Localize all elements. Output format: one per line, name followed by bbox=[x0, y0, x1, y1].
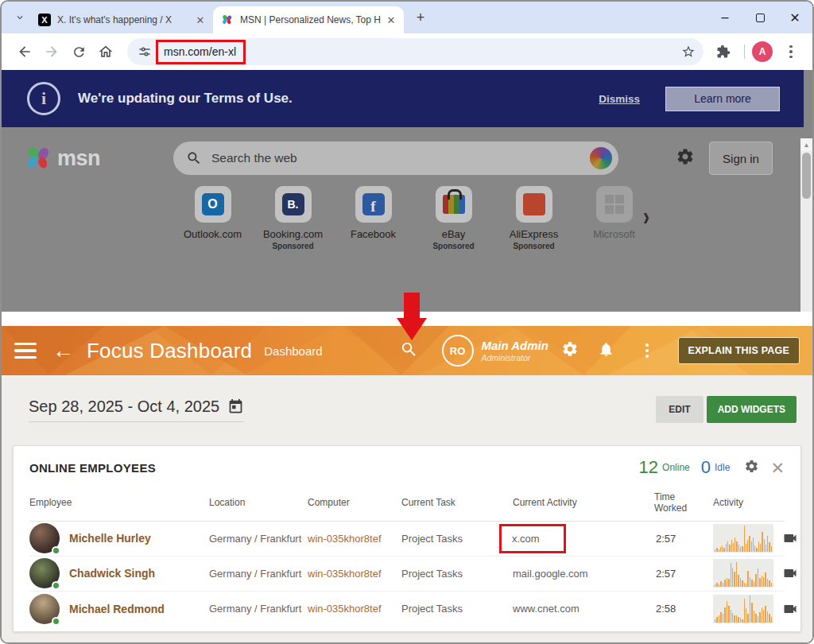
aliexpress-icon bbox=[523, 193, 545, 215]
shortcut-ebay[interactable]: eBay Sponsored bbox=[413, 186, 494, 251]
minimize-button[interactable]: – bbox=[707, 2, 742, 33]
bookmark-star-icon[interactable] bbox=[681, 45, 696, 59]
tab-close-icon[interactable]: ✕ bbox=[194, 14, 207, 26]
tab-msn[interactable]: MSN | Personalized News, Top H ✕ bbox=[213, 6, 404, 33]
msn-search-bar[interactable]: Search the web bbox=[173, 142, 618, 175]
forward-icon[interactable] bbox=[38, 38, 65, 65]
activity-sparkline bbox=[713, 524, 773, 553]
idle-label: Idle bbox=[715, 462, 730, 473]
copilot-icon[interactable] bbox=[590, 147, 612, 169]
dashboard-settings-gear-icon[interactable] bbox=[561, 340, 579, 361]
user-avatar[interactable]: RO bbox=[442, 335, 474, 367]
table-row[interactable]: Chadwick Singh Germany / Frankfurt win-0… bbox=[29, 557, 785, 592]
msn-page: i We're updating our Terms of Use. Dismi… bbox=[2, 70, 812, 312]
search-icon bbox=[186, 150, 202, 166]
close-window-button[interactable]: ✕ bbox=[777, 2, 812, 33]
browser-toolbar: msn.com/en-xl A bbox=[2, 33, 812, 70]
employee-name-link[interactable]: Michelle Hurley bbox=[69, 532, 151, 545]
employee-name-link[interactable]: Chadwick Singh bbox=[69, 567, 155, 580]
annotation-arrow-icon bbox=[397, 293, 427, 340]
video-camera-icon[interactable] bbox=[782, 530, 798, 546]
new-tab-button[interactable]: + bbox=[410, 7, 431, 28]
online-status-dot bbox=[52, 581, 60, 590]
column-header: Current Task bbox=[401, 498, 513, 509]
dashboard-menu-kebab-icon[interactable] bbox=[635, 343, 659, 358]
video-camera-icon[interactable] bbox=[782, 601, 798, 617]
current-task-cell: Project Tasks bbox=[401, 603, 513, 615]
page-scrollbar[interactable]: ▲ bbox=[800, 138, 812, 312]
calendar-icon[interactable] bbox=[227, 398, 244, 415]
time-worked-cell: 2:57 bbox=[648, 533, 704, 545]
shortcut-microsoft[interactable]: Microsoft bbox=[574, 186, 654, 251]
table-row[interactable]: Michael Redmond Germany / Frankfurt win-… bbox=[29, 592, 785, 627]
add-widgets-button[interactable]: ADD WIDGETS bbox=[707, 396, 797, 423]
shortcuts-next-chevron-icon[interactable]: › bbox=[643, 200, 649, 231]
browser-menu-icon[interactable] bbox=[779, 45, 803, 59]
tab-title: X. It's what's happening / X bbox=[57, 14, 194, 25]
back-arrow-icon[interactable]: ← bbox=[52, 340, 74, 362]
computer-cell[interactable]: win-035khor8tef bbox=[308, 568, 401, 580]
focus-dashboard-app: ← Focus Dashboard Dashboard RO Main Admi… bbox=[2, 326, 812, 642]
info-icon: i bbox=[27, 82, 60, 115]
table-row[interactable]: Michelle Hurley Germany / Frankfurt win-… bbox=[29, 522, 785, 557]
tab-x[interactable]: X X. It's what's happening / X ✕ bbox=[30, 6, 213, 33]
dashboard-body: Sep 28, 2025 - Oct 4, 2025 EDIT ADD WIDG… bbox=[2, 375, 812, 632]
maximize-button[interactable] bbox=[742, 2, 777, 33]
x-favicon: X bbox=[38, 14, 51, 26]
computer-cell[interactable]: win-035khor8tef bbox=[308, 533, 401, 545]
sign-in-button[interactable]: Sign in bbox=[709, 142, 773, 175]
ebay-icon bbox=[443, 195, 465, 214]
tab-strip: X X. It's what's happening / X ✕ MSN | P… bbox=[2, 2, 812, 33]
learn-more-button[interactable]: Learn more bbox=[665, 87, 780, 111]
column-header: Current Activity bbox=[513, 498, 648, 509]
user-info[interactable]: Main Admin Administrator bbox=[482, 339, 555, 363]
facebook-icon: f bbox=[362, 193, 385, 215]
msn-settings-gear-icon[interactable] bbox=[676, 147, 695, 169]
widget-close-icon[interactable]: ✕ bbox=[770, 460, 785, 476]
computer-cell[interactable]: win-035khor8tef bbox=[308, 603, 401, 615]
column-header: Activity bbox=[704, 498, 785, 509]
edit-button[interactable]: EDIT bbox=[656, 396, 703, 423]
employee-name-link[interactable]: Michael Redmond bbox=[69, 603, 165, 615]
extensions-icon[interactable] bbox=[710, 38, 737, 65]
column-header: Computer bbox=[308, 498, 401, 509]
site-settings-icon[interactable] bbox=[138, 45, 151, 58]
page-title: Focus Dashboard bbox=[87, 339, 252, 363]
table-header-row: Employee Location Computer Current Task … bbox=[29, 483, 785, 522]
notifications-bell-icon[interactable] bbox=[598, 341, 614, 361]
shortcut-facebook[interactable]: f Facebook bbox=[333, 186, 413, 251]
msn-logo[interactable]: msn bbox=[24, 143, 100, 173]
browser-window: X X. It's what's happening / X ✕ MSN | P… bbox=[2, 2, 812, 312]
tab-close-icon[interactable]: ✕ bbox=[385, 14, 397, 26]
menu-hamburger-icon[interactable] bbox=[14, 343, 38, 359]
shortcut-outlook[interactable]: O Outlook.com bbox=[172, 186, 253, 251]
dashboard-search-icon[interactable] bbox=[400, 340, 418, 362]
explain-this-page-button[interactable]: EXPLAIN THIS PAGE bbox=[678, 337, 800, 364]
widget-settings-gear-icon[interactable] bbox=[744, 459, 759, 477]
date-range-text: Sep 28, 2025 - Oct 4, 2025 bbox=[29, 398, 219, 416]
employee-avatar bbox=[29, 594, 60, 624]
tab-search-chevron-icon[interactable] bbox=[10, 7, 30, 28]
time-worked-cell: 2:57 bbox=[648, 568, 704, 580]
widget-title: ONLINE EMPLOYEES bbox=[29, 461, 156, 475]
url-text[interactable]: msn.com/en-xl bbox=[164, 45, 236, 58]
shortcut-aliexpress[interactable]: AliExpress Sponsored bbox=[494, 186, 574, 251]
msn-logo-text: msn bbox=[57, 146, 100, 171]
scrollbar-up-arrow[interactable]: ▲ bbox=[800, 138, 812, 151]
activity-sparkline bbox=[713, 559, 773, 588]
profile-avatar[interactable]: A bbox=[752, 41, 773, 62]
microsoft-icon bbox=[605, 195, 624, 214]
location-cell: Germany / Frankfurt bbox=[209, 568, 308, 580]
online-status-dot bbox=[52, 617, 60, 626]
current-task-cell: Project Tasks bbox=[401, 568, 513, 580]
reload-icon[interactable] bbox=[65, 38, 92, 65]
video-camera-icon[interactable] bbox=[782, 565, 798, 581]
back-icon[interactable] bbox=[11, 38, 38, 65]
booking-icon: B. bbox=[282, 193, 304, 215]
address-bar[interactable]: msn.com/en-xl bbox=[127, 38, 704, 65]
dismiss-link[interactable]: Dismiss bbox=[599, 93, 640, 105]
date-range-picker[interactable]: Sep 28, 2025 - Oct 4, 2025 bbox=[29, 398, 244, 422]
scrollbar-thumb[interactable] bbox=[802, 153, 811, 199]
home-icon[interactable] bbox=[92, 38, 119, 65]
shortcut-booking[interactable]: B. Booking.com Sponsored bbox=[253, 186, 333, 251]
